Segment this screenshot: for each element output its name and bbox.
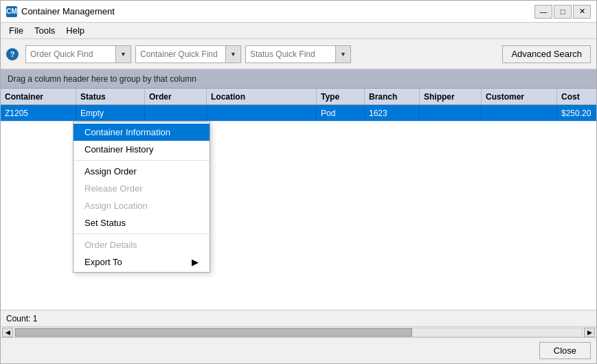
context-menu-assign-location[interactable]: Assign Location — [74, 197, 210, 214]
col-header-branch[interactable]: Branch — [365, 89, 420, 104]
app-icon: CM — [6, 6, 17, 17]
cell-customer — [482, 105, 557, 121]
menu-bar: File Tools Help — [1, 23, 596, 39]
col-header-customer[interactable]: Customer — [482, 89, 557, 104]
container-quick-find-input[interactable] — [136, 46, 225, 62]
table-area: Container Status Order Location Type Bra… — [1, 89, 596, 310]
context-menu-container-information[interactable]: Container Information — [74, 124, 210, 141]
window-title: Container Management — [21, 6, 530, 16]
close-button[interactable]: Close — [539, 342, 591, 359]
menu-help[interactable]: Help — [60, 24, 90, 37]
table-header: Container Status Order Location Type Bra… — [1, 89, 596, 105]
col-header-type[interactable]: Type — [317, 89, 365, 104]
context-menu: Container Information Container History … — [73, 122, 210, 273]
col-header-shipper[interactable]: Shipper — [420, 89, 482, 104]
advanced-search-button[interactable]: Advanced Search — [502, 45, 591, 63]
status-quick-find-combo[interactable]: ▼ — [245, 45, 351, 63]
group-bar: Drag a column header here to group by th… — [1, 69, 596, 89]
cell-container: Z1205 — [1, 105, 76, 121]
col-header-cost[interactable]: Cost — [557, 89, 596, 104]
col-header-status[interactable]: Status — [76, 89, 145, 104]
cell-shipper — [420, 105, 482, 121]
container-quick-find-combo[interactable]: ▼ — [135, 45, 241, 63]
container-quick-find-arrow[interactable]: ▼ — [225, 46, 240, 62]
table-body: Z1205 Empty Pod 1623 $250.20 Container I… — [1, 105, 596, 122]
cell-status: Empty — [76, 105, 145, 121]
col-header-location[interactable]: Location — [207, 89, 317, 104]
scroll-right-button[interactable]: ▶ — [584, 328, 595, 337]
title-bar: CM Container Management — □ ✕ — [1, 1, 596, 23]
context-menu-container-history[interactable]: Container History — [74, 141, 210, 158]
help-icon[interactable]: ? — [6, 48, 19, 60]
table-row[interactable]: Z1205 Empty Pod 1623 $250.20 — [1, 105, 596, 122]
col-header-container[interactable]: Container — [1, 89, 76, 104]
status-quick-find-input[interactable] — [246, 46, 335, 62]
cell-cost: $250.20 — [557, 105, 596, 121]
context-menu-export-to[interactable]: Export To ▶ — [74, 253, 210, 271]
order-quick-find-arrow[interactable]: ▼ — [115, 46, 131, 62]
cell-branch: 1623 — [365, 105, 420, 121]
submenu-arrow-icon: ▶ — [192, 257, 199, 267]
col-header-order[interactable]: Order — [145, 89, 207, 104]
menu-tools[interactable]: Tools — [29, 24, 60, 37]
status-quick-find-arrow[interactable]: ▼ — [335, 46, 350, 62]
cell-type: Pod — [317, 105, 365, 121]
horizontal-scrollbar[interactable]: ◀ ▶ — [1, 326, 596, 337]
context-menu-release-order[interactable]: Release Order — [74, 180, 210, 197]
maximize-button[interactable]: □ — [554, 5, 572, 19]
context-menu-separator-1 — [74, 160, 210, 161]
toolbar: ? ▼ ▼ ▼ Advanced Search — [1, 39, 596, 69]
close-window-button[interactable]: ✕ — [573, 5, 591, 19]
order-quick-find-input[interactable] — [26, 46, 115, 62]
menu-file[interactable]: File — [3, 24, 29, 37]
bottom-bar: Close — [1, 337, 596, 363]
cell-location — [207, 105, 317, 121]
scroll-track[interactable] — [14, 328, 583, 337]
context-menu-set-status[interactable]: Set Status — [74, 214, 210, 231]
minimize-button[interactable]: — — [534, 5, 552, 19]
cell-order — [145, 105, 207, 121]
main-window: CM Container Management — □ ✕ File Tools… — [0, 0, 597, 364]
scroll-left-button[interactable]: ◀ — [2, 328, 13, 337]
count-label: Count: 1 — [6, 314, 37, 323]
window-controls: — □ ✕ — [534, 5, 591, 19]
order-quick-find-combo[interactable]: ▼ — [25, 45, 131, 63]
context-menu-order-details[interactable]: Order Details — [74, 236, 210, 253]
context-menu-separator-2 — [74, 234, 210, 234]
context-menu-assign-order[interactable]: Assign Order — [74, 163, 210, 180]
status-bar: Count: 1 — [1, 310, 596, 326]
scroll-thumb[interactable] — [15, 328, 412, 337]
